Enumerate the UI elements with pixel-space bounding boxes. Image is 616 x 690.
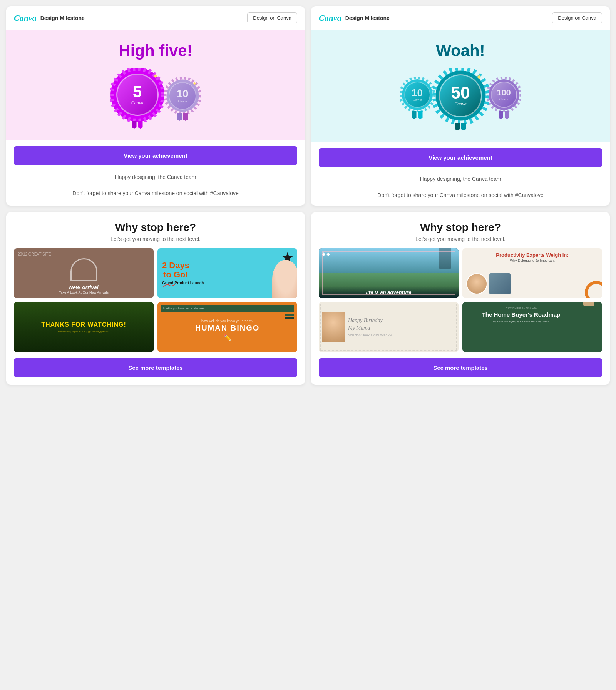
birthday-text-area: Happy BirthdayMy Mama You don't look a d… xyxy=(348,317,455,337)
see-more-templates-button-left[interactable]: See more templates xyxy=(14,358,297,377)
template-thanks[interactable]: THANKS FOR WATCHING! www.thatpaper.com |… xyxy=(14,302,154,352)
medals-container-2: 10 Canva xyxy=(319,68,602,130)
hero-section-1: High five! xyxy=(6,30,305,140)
ribbon-right-4 xyxy=(461,123,466,130)
homebuyer-brand: New Home Buyers Co. xyxy=(466,306,576,309)
why-stop-left-section: Why stop here? Let's get you moving to t… xyxy=(6,212,305,358)
card-milestone-5: Canva Design Milestone Design on Canva H… xyxy=(6,6,305,206)
medal-canva-label-2: Canva xyxy=(178,99,187,103)
ribbon-left-3 xyxy=(412,111,417,119)
template-thanks-title: THANKS FOR WATCHING! xyxy=(41,321,126,328)
header-title-1: Design Milestone xyxy=(40,15,85,21)
medal-ribbons-3 xyxy=(412,111,423,119)
template-new-arrival-sub: Take A Look At Our New Arrivals xyxy=(59,291,109,294)
template-homebuyer-sub: A guide to buying your Mission Bay home xyxy=(466,320,576,323)
homebuyer-text-area: New Home Buyers Co. The Home Buyer's Roa… xyxy=(466,306,576,324)
medal-number-5: 5 xyxy=(133,84,142,100)
design-on-canva-button-1[interactable]: Design on Canva xyxy=(247,12,297,23)
star-icon-2: ✦ xyxy=(192,80,197,87)
medal-ribbons-5 xyxy=(499,111,509,119)
template-adventure-title: life is an adventure xyxy=(323,289,455,295)
why-stop-title-right: Why stop here? xyxy=(319,221,602,234)
medal-50: ✦ 50 Canva xyxy=(433,68,489,130)
template-date-label: 20/12 GREAT SITE xyxy=(18,252,51,256)
view-achievement-button-2[interactable]: View your achievement xyxy=(319,148,602,167)
photo-rect-1 xyxy=(489,273,511,294)
medal-ribbons-2 xyxy=(177,113,188,121)
card-milestone-50: Canva Design Milestone Design on Canva W… xyxy=(311,6,610,206)
star-icon-3: ✦ xyxy=(475,72,482,82)
template-2days[interactable]: 2 Daysto Go! Grand Product Launch xyxy=(157,248,297,298)
swirl-icon xyxy=(161,281,177,289)
card-text-1a: Happy designing, the Canva team xyxy=(6,171,305,187)
template-new-arrival-title: New Arrival xyxy=(69,284,99,291)
card-text-2b: Don't forget to share your Canva milesto… xyxy=(311,189,610,205)
templates-grid-right: ◆ ◆ life is an adventure Productivity Ex… xyxy=(319,248,602,352)
template-homebuyer-title: The Home Buyer's Roadmap xyxy=(466,311,576,319)
diamond-icons: ◆ ◆ xyxy=(322,251,330,257)
card-why-stop-left: Why stop here? Let's get you moving to t… xyxy=(6,212,305,385)
header-left-2: Canva Design Milestone xyxy=(319,13,390,23)
why-stop-subtitle-right: Let's get you moving to the next level. xyxy=(319,236,602,242)
card-why-stop-right: Why stop here? Let's get you moving to t… xyxy=(311,212,610,385)
medal-10-left: ✦ 10 Canva xyxy=(164,77,201,121)
hero-section-2: Woah! 10 Canva xyxy=(311,30,610,142)
template-bingo[interactable]: Looking to have text slide here how well… xyxy=(157,302,297,352)
template-birthday-sub: You don't look a day over 29 xyxy=(348,333,455,337)
canva-logo-1: Canva xyxy=(14,13,37,23)
medal-number-10b: 10 xyxy=(412,88,423,98)
ribbon-right-3 xyxy=(418,111,423,119)
medal-number-100: 100 xyxy=(497,89,511,97)
medal-canva-label-5: Canva xyxy=(499,97,509,101)
medal-5: ✦ 5 Canva xyxy=(110,68,164,129)
card-header-1: Canva Design Milestone Design on Canva xyxy=(6,6,305,30)
ribbon-left-4 xyxy=(455,123,460,130)
ribbon-right-1 xyxy=(138,121,143,129)
medal-canva-label-3: Canva xyxy=(413,98,422,102)
template-productivity-sub: Why Delegating 2x Important xyxy=(466,259,598,262)
template-thanks-url: www.thatpaper.com | @hanallygalcon xyxy=(58,330,109,333)
medal-10-teal: 10 Canva xyxy=(400,77,435,119)
template-2days-title: 2 Daysto Go! xyxy=(162,261,189,279)
why-stop-title-left: Why stop here? xyxy=(14,221,297,234)
design-on-canva-button-2[interactable]: Design on Canva xyxy=(552,12,602,23)
template-bingo-sublabel: how well do you know your team? xyxy=(201,319,253,323)
medal-100: 100 Canva xyxy=(487,77,521,119)
templates-grid-left: 20/12 GREAT SITE New Arrival Take A Look… xyxy=(14,248,297,352)
ribbon-left-1 xyxy=(132,121,137,129)
template-productivity[interactable]: Productivity Experts Weigh In: Why Deleg… xyxy=(462,248,602,298)
medal-ribbons-1 xyxy=(132,121,143,129)
template-adventure[interactable]: ◆ ◆ life is an adventure xyxy=(319,248,459,298)
card-text-2a: Happy designing, the Canva team xyxy=(311,173,610,189)
card-text-1b: Don't forget to share your Canva milesto… xyxy=(6,187,305,204)
birthday-photo xyxy=(322,312,345,342)
header-title-2: Design Milestone xyxy=(345,15,390,21)
star-icon-1: ✦ xyxy=(152,72,159,81)
template-face xyxy=(272,260,297,298)
ribbon-right-2 xyxy=(183,113,188,121)
see-more-templates-button-right[interactable]: See more templates xyxy=(319,358,602,377)
medal-canva-label-1: Canva xyxy=(131,100,143,106)
template-birthday[interactable]: Happy BirthdayMy Mama You don't look a d… xyxy=(319,302,459,352)
header-left-1: Canva Design Milestone xyxy=(14,13,85,23)
productivity-photos xyxy=(466,273,598,294)
why-stop-right-section: Why stop here? Let's get you moving to t… xyxy=(311,212,610,358)
template-bingo-clips xyxy=(285,314,294,319)
template-homebuyer[interactable]: New Home Buyers Co. The Home Buyer's Roa… xyxy=(462,302,602,352)
card-header-2: Canva Design Milestone Design on Canva xyxy=(311,6,610,30)
canva-logo-2: Canva xyxy=(319,13,341,23)
template-bingo-header: Looking to have text slide here xyxy=(161,305,294,312)
template-bingo-title: HUMAN BINGO xyxy=(195,324,260,332)
photo-circle-1 xyxy=(466,273,487,294)
birthday-content: Happy BirthdayMy Mama You don't look a d… xyxy=(322,312,455,342)
template-arch xyxy=(70,258,97,281)
view-achievement-button-1[interactable]: View your achievement xyxy=(14,146,297,165)
template-new-arrival[interactable]: 20/12 GREAT SITE New Arrival Take A Look… xyxy=(14,248,154,298)
template-birthday-title: Happy BirthdayMy Mama xyxy=(348,317,455,332)
ribbon-right-5 xyxy=(505,111,509,119)
ribbon-left-2 xyxy=(177,113,182,121)
hero-title-2: Woah! xyxy=(319,42,602,60)
hero-title-1: High five! xyxy=(14,42,297,60)
main-grid: Canva Design Milestone Design on Canva H… xyxy=(6,6,610,385)
adventure-label-area: life is an adventure xyxy=(319,286,459,298)
